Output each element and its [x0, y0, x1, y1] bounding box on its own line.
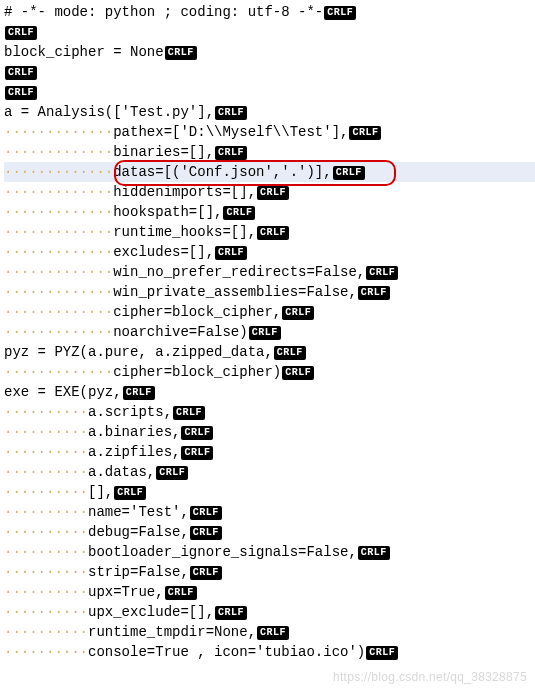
eol-marker-icon: CRLF	[349, 126, 381, 140]
eol-marker-icon: CRLF	[173, 406, 205, 420]
eol-marker-icon: CRLF	[324, 6, 356, 20]
eol-marker-icon: CRLF	[366, 646, 398, 660]
eol-marker-icon: CRLF	[223, 206, 255, 220]
code-line: CRLF	[4, 82, 535, 102]
whitespace-dots: ·············	[4, 184, 113, 200]
code-line: ··········upx_exclude=[],CRLF	[4, 602, 535, 622]
eol-marker-icon: CRLF	[282, 366, 314, 380]
whitespace-dots: ··········	[4, 584, 88, 600]
eol-marker-icon: CRLF	[181, 446, 213, 460]
code-line: ··········debug=False,CRLF	[4, 522, 535, 542]
code-text: pathex=['D:\\Myself\\Test'],	[113, 124, 348, 140]
code-text: runtime_tmpdir=None,	[88, 624, 256, 640]
eol-marker-icon: CRLF	[165, 586, 197, 600]
eol-marker-icon: CRLF	[181, 426, 213, 440]
whitespace-dots: ·············	[4, 244, 113, 260]
whitespace-dots: ··········	[4, 564, 88, 580]
eol-marker-icon: CRLF	[366, 266, 398, 280]
code-text: a = Analysis(['Test.py'],	[4, 104, 214, 120]
whitespace-dots: ·············	[4, 264, 113, 280]
watermark: https://blog.csdn.net/qq_38328875	[333, 670, 527, 684]
code-line: ··········upx=True,CRLF	[4, 582, 535, 602]
eol-marker-icon: CRLF	[282, 306, 314, 320]
code-line: ·············hookspath=[],CRLF	[4, 202, 535, 222]
whitespace-dots: ··········	[4, 444, 88, 460]
eol-marker-icon: CRLF	[215, 106, 247, 120]
whitespace-dots: ··········	[4, 424, 88, 440]
code-text: exe = EXE(pyz,	[4, 384, 122, 400]
eol-marker-icon: CRLF	[190, 566, 222, 580]
code-text: bootloader_ignore_signals=False,	[88, 544, 357, 560]
code-line: ·············win_private_assemblies=Fals…	[4, 282, 535, 302]
code-line: ··········strip=False,CRLF	[4, 562, 535, 582]
whitespace-dots: ·············	[4, 284, 113, 300]
code-line: # -*- mode: python ; coding: utf-8 -*-CR…	[4, 2, 535, 22]
code-text: upx_exclude=[],	[88, 604, 214, 620]
code-text: debug=False,	[88, 524, 189, 540]
whitespace-dots: ·············	[4, 144, 113, 160]
eol-marker-icon: CRLF	[358, 286, 390, 300]
eol-marker-icon: CRLF	[156, 466, 188, 480]
code-text: cipher=block_cipher,	[113, 304, 281, 320]
code-line: pyz = PYZ(a.pure, a.zipped_data,CRLF	[4, 342, 535, 362]
code-text: noarchive=False)	[113, 324, 247, 340]
code-line: ·············cipher=block_cipher)CRLF	[4, 362, 535, 382]
code-line: a = Analysis(['Test.py'],CRLF	[4, 102, 535, 122]
code-text: pyz = PYZ(a.pure, a.zipped_data,	[4, 344, 273, 360]
code-line: block_cipher = NoneCRLF	[4, 42, 535, 62]
code-editor: # -*- mode: python ; coding: utf-8 -*-CR…	[0, 0, 535, 662]
eol-marker-icon: CRLF	[274, 346, 306, 360]
whitespace-dots: ·············	[4, 204, 113, 220]
code-line: ·············win_no_prefer_redirects=Fal…	[4, 262, 535, 282]
code-line: ··········[],CRLF	[4, 482, 535, 502]
whitespace-dots: ·············	[4, 164, 113, 180]
code-text: strip=False,	[88, 564, 189, 580]
eol-marker-icon: CRLF	[333, 166, 365, 180]
whitespace-dots: ·············	[4, 324, 113, 340]
whitespace-dots: ··········	[4, 604, 88, 620]
code-line: ··········runtime_tmpdir=None,CRLF	[4, 622, 535, 642]
eol-marker-icon: CRLF	[5, 26, 37, 40]
whitespace-dots: ··········	[4, 504, 88, 520]
code-text: block_cipher = None	[4, 44, 164, 60]
code-text: hookspath=[],	[113, 204, 222, 220]
code-line: ·············cipher=block_cipher,CRLF	[4, 302, 535, 322]
code-text: [],	[88, 484, 113, 500]
code-text: name='Test',	[88, 504, 189, 520]
code-text: a.binaries,	[88, 424, 180, 440]
code-line: ··········a.binaries,CRLF	[4, 422, 535, 442]
code-line: ·············hiddenimports=[],CRLF	[4, 182, 535, 202]
eol-marker-icon: CRLF	[215, 246, 247, 260]
code-line: CRLF	[4, 22, 535, 42]
code-line: ·············runtime_hooks=[],CRLF	[4, 222, 535, 242]
eol-marker-icon: CRLF	[358, 546, 390, 560]
whitespace-dots: ·············	[4, 304, 113, 320]
code-line: ··········a.zipfiles,CRLF	[4, 442, 535, 462]
eol-marker-icon: CRLF	[114, 486, 146, 500]
code-line: ·············noarchive=False)CRLF	[4, 322, 535, 342]
eol-marker-icon: CRLF	[190, 506, 222, 520]
code-text: console=True , icon='tubiao.ico')	[88, 644, 365, 660]
code-line: ··········name='Test',CRLF	[4, 502, 535, 522]
code-line: ··········a.datas,CRLF	[4, 462, 535, 482]
eol-marker-icon: CRLF	[215, 146, 247, 160]
whitespace-dots: ··········	[4, 624, 88, 640]
code-text: excludes=[],	[113, 244, 214, 260]
eol-marker-icon: CRLF	[5, 66, 37, 80]
whitespace-dots: ·············	[4, 224, 113, 240]
eol-marker-icon: CRLF	[215, 606, 247, 620]
code-line: CRLF	[4, 62, 535, 82]
code-text: upx=True,	[88, 584, 164, 600]
code-text: runtime_hooks=[],	[113, 224, 256, 240]
code-text: a.scripts,	[88, 404, 172, 420]
eol-marker-icon: CRLF	[249, 326, 281, 340]
code-line: exe = EXE(pyz,CRLF	[4, 382, 535, 402]
whitespace-dots: ··········	[4, 644, 88, 660]
code-text: datas=[('Conf.json','.')],	[113, 164, 331, 180]
code-line: ·············datas=[('Conf.json','.')],C…	[4, 162, 535, 182]
code-text: a.datas,	[88, 464, 155, 480]
eol-marker-icon: CRLF	[190, 526, 222, 540]
eol-marker-icon: CRLF	[5, 86, 37, 100]
code-text: hiddenimports=[],	[113, 184, 256, 200]
code-text: win_private_assemblies=False,	[113, 284, 357, 300]
